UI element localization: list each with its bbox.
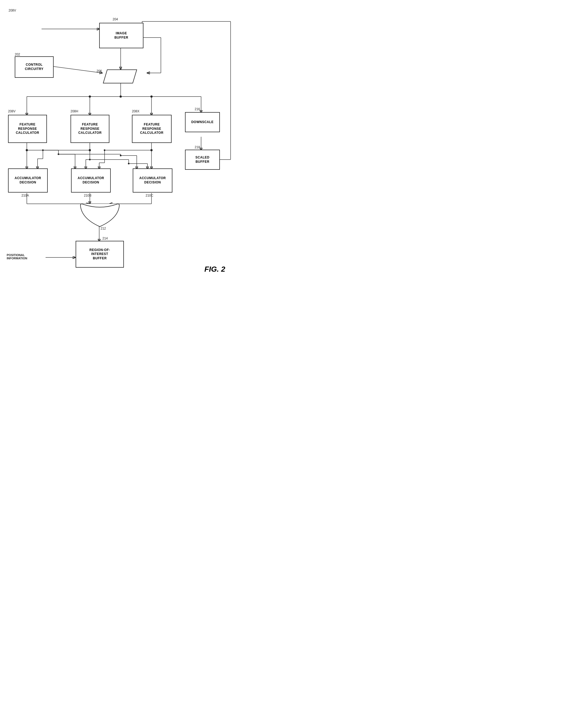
figure-label: FIG. 2: [204, 265, 225, 273]
label-208x: 208X: [132, 109, 139, 113]
frc-h-box: FEATURERESPONSECALCULATOR: [70, 115, 109, 143]
svg-point-25: [58, 154, 59, 155]
label-204: 204: [112, 17, 118, 21]
label-210c: 210C: [145, 194, 154, 197]
svg-point-7: [119, 95, 122, 97]
downscale-label: DOWNSCALE: [191, 120, 214, 125]
label-208h: 208H: [70, 109, 78, 113]
acc-b-box: ACCUMULATORDECISION: [71, 169, 111, 193]
roi-buffer-label: REGION-OF-INTERESTBUFFER: [89, 248, 110, 261]
label-210b: 210B: [84, 194, 91, 197]
positional-info-label: POSITIONALINFORMATION: [7, 253, 27, 260]
label-206: 206: [96, 69, 102, 73]
svg-point-30: [120, 155, 121, 156]
acc-c-label: ACCUMULATORDECISION: [139, 176, 166, 185]
roi-buffer-box: REGION-OF-INTERESTBUFFER: [76, 241, 124, 268]
image-buffer-box: IMAGEBUFFER: [99, 23, 143, 48]
svg-point-34: [42, 149, 44, 151]
svg-point-48: [104, 149, 105, 151]
svg-point-19: [89, 149, 91, 151]
control-circuitry-box: CONTROLCIRCUITRY: [15, 56, 54, 78]
acc-a-label: ACCUMULATORDECISION: [14, 176, 41, 185]
label-218: 218: [195, 145, 200, 149]
diagram: 208V IMAGEBUFFER 204 CONTROLCIRCUITRY 20…: [0, 0, 241, 290]
frc-v-box: FEATURERESPONSECALCULATOR: [8, 115, 47, 143]
svg-line-5: [54, 66, 102, 73]
frc-x-label: FEATURERESPONSECALCULATOR: [140, 123, 163, 135]
acc-c-box: ACCUMULATORDECISION: [133, 169, 173, 193]
mux-shape: [102, 68, 142, 84]
frc-x-box: FEATURERESPONSECALCULATOR: [132, 115, 172, 143]
control-circuitry-label: CONTROLCIRCUITRY: [25, 63, 43, 71]
scaled-buffer-label: SCALEDBUFFER: [196, 156, 210, 164]
label-210a: 210A: [21, 194, 29, 197]
label-200: 208V: [9, 9, 16, 12]
scaled-buffer-box: SCALEDBUFFER: [185, 150, 220, 170]
svg-point-21: [151, 149, 153, 151]
frc-v-label: FEATURERESPONSECALCULATOR: [16, 123, 39, 135]
svg-point-13: [89, 95, 91, 97]
svg-point-17: [26, 149, 28, 151]
image-buffer-label: IMAGEBUFFER: [114, 31, 128, 40]
label-202: 202: [15, 52, 20, 56]
svg-point-39: [89, 159, 91, 160]
svg-point-44: [128, 163, 129, 164]
label-214: 214: [102, 237, 108, 240]
svg-point-15: [151, 95, 153, 97]
frc-h-label: FEATURERESPONSECALCULATOR: [78, 123, 102, 135]
downscale-box: DOWNSCALE: [185, 112, 220, 132]
acc-a-box: ACCUMULATORDECISION: [8, 169, 48, 193]
or-gate-shape: [76, 203, 123, 228]
acc-b-label: ACCUMULATORDECISION: [77, 176, 104, 185]
label-216: 216: [195, 107, 200, 111]
label-208v: 208V: [8, 109, 16, 113]
svg-marker-65: [103, 70, 137, 83]
label-212: 212: [100, 227, 106, 230]
